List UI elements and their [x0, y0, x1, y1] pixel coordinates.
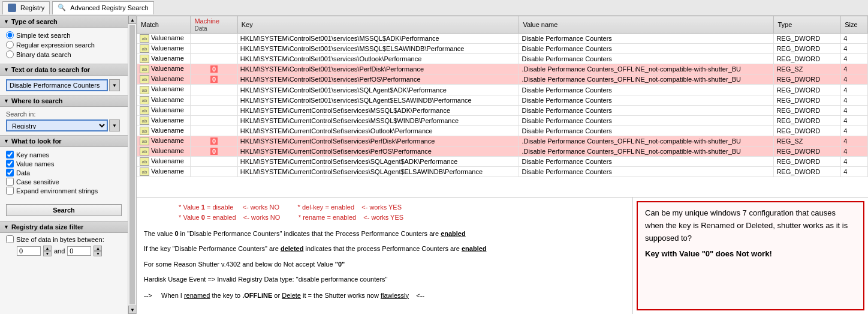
col-header-valuename: Value name [519, 16, 774, 34]
check-expandenv[interactable]: Expand environment strings [6, 187, 122, 195]
check-valuenames[interactable]: Value names [6, 160, 122, 168]
check-casesensitive-label: Case sensitive [16, 178, 59, 186]
table-row[interactable]: abValuename HKLM\SYSTEM\ControlSet001\se… [137, 34, 868, 44]
tab-registry-label: Registry [20, 4, 44, 11]
check-expandenv-input[interactable] [6, 187, 14, 195]
row-icon: ab [140, 106, 149, 115]
tab-registry[interactable]: Registry [2, 1, 50, 14]
row-icon: ab [140, 137, 149, 145]
check-keynames[interactable]: Key names [6, 151, 122, 159]
machine-label: Machine [194, 17, 219, 25]
annotation-area: * Value 1 = disable <- works NO * del-ke… [137, 197, 868, 314]
table-row[interactable]: abValuename 0 HKLM\SYSTEM\ControlSet001\… [137, 64, 868, 74]
cell-size: 4 [841, 64, 868, 74]
cell-machine [191, 85, 237, 95]
table-row[interactable]: abValuename 0 HKLM\SYSTEM\ControlSet001\… [137, 74, 868, 85]
results-table-container[interactable]: Match Machine Data Key Value name Type S… [137, 16, 868, 197]
table-row[interactable]: abValuename 0 HKLM\SYSTEM\CurrentControl… [137, 136, 868, 146]
cell-machine [191, 125, 237, 136]
check-keynames-input[interactable] [6, 151, 14, 159]
search-in-select[interactable]: Registry [6, 119, 108, 131]
table-row[interactable]: abValuename HKLM\SYSTEM\ControlSet001\se… [137, 54, 868, 64]
check-expandenv-label: Expand environment strings [16, 187, 98, 195]
radio-simple-input[interactable] [6, 31, 14, 39]
cell-key: HKLM\SYSTEM\CurrentControlSet\services\M… [237, 115, 519, 125]
size-to-input[interactable] [67, 246, 91, 256]
table-row[interactable]: abValuename HKLM\SYSTEM\CurrentControlSe… [137, 115, 868, 125]
size-filter-label: Registry data size filter [11, 223, 83, 231]
left-panel: ▼ Type of search Simple text search Regu… [0, 16, 137, 314]
radio-regex[interactable]: Regular expression search [6, 41, 122, 49]
radio-binary-input[interactable] [6, 50, 14, 58]
radio-binary-label: Binary data search [16, 51, 71, 58]
cell-machine [191, 115, 237, 125]
size-to-up-btn[interactable]: ▲ [94, 246, 102, 251]
search-text-input[interactable] [6, 79, 108, 91]
cell-valuename: Disable Performance Counters [519, 95, 774, 105]
cell-valuename: Disable Performance Counters [519, 157, 774, 167]
size-from-up-btn[interactable]: ▲ [43, 246, 52, 251]
left-panel-scrollbar[interactable]: ▲ ▼ [128, 16, 136, 314]
size-from-down-btn[interactable]: ▼ [43, 251, 52, 256]
table-row[interactable]: abValuename HKLM\SYSTEM\CurrentControlSe… [137, 157, 868, 167]
scroll-down-btn[interactable]: ▼ [128, 306, 136, 314]
registry-icon [8, 4, 16, 12]
scroll-thumb[interactable] [129, 25, 135, 304]
cell-type: REG_DWORD [774, 85, 841, 95]
size-from-input[interactable] [17, 246, 41, 256]
cell-valuename: Disable Performance Counters [519, 34, 774, 44]
table-row[interactable]: abValuename HKLM\SYSTEM\CurrentControlSe… [137, 105, 868, 115]
table-row[interactable]: abValuename 0 HKLM\SYSTEM\CurrentControl… [137, 146, 868, 157]
cell-valuename: Disable Performance Counters [519, 105, 774, 115]
radio-regex-input[interactable] [6, 41, 14, 49]
cell-match: abValuename [137, 167, 191, 177]
results-table: Match Machine Data Key Value name Type S… [137, 16, 868, 177]
note-line-5: --> When I renamed the key to .OFFLiNE o… [144, 290, 625, 301]
table-row[interactable]: abValuename HKLM\SYSTEM\ControlSet001\se… [137, 44, 868, 54]
cell-type: REG_SZ [774, 64, 841, 74]
cell-match: abValuename [137, 85, 191, 95]
cell-key: HKLM\SYSTEM\CurrentControlSet\services\P… [237, 136, 519, 146]
table-row[interactable]: abValuename HKLM\SYSTEM\CurrentControlSe… [137, 125, 868, 136]
table-row[interactable]: abValuename HKLM\SYSTEM\CurrentControlSe… [137, 167, 868, 177]
size-to-down-btn[interactable]: ▼ [94, 251, 102, 256]
cell-size: 4 [841, 115, 868, 125]
cell-machine: 0 [191, 146, 237, 157]
cell-type: REG_DWORD [774, 44, 841, 54]
check-casesensitive[interactable]: Case sensitive [6, 178, 122, 186]
cell-size: 4 [841, 34, 868, 44]
radio-simple-text[interactable]: Simple text search [6, 31, 122, 39]
where-to-search-header[interactable]: ▼ Where to search [0, 95, 128, 107]
search-button[interactable]: Search [6, 204, 122, 216]
size-filter-check[interactable]: Size of data in bytes between: [6, 235, 122, 243]
type-of-search-header[interactable]: ▼ Type of search [0, 16, 128, 28]
search-in-dropdown-btn[interactable]: ▼ [109, 119, 120, 131]
table-row[interactable]: abValuename HKLM\SYSTEM\ControlSet001\se… [137, 85, 868, 95]
table-row[interactable]: abValuename HKLM\SYSTEM\ControlSet001\se… [137, 95, 868, 105]
check-data[interactable]: Data [6, 169, 122, 177]
cell-valuename: .Disable Performance Counters_OFFLiNE_no… [519, 64, 774, 74]
text-or-data-header[interactable]: ▼ Text or data to search for [0, 64, 128, 76]
cell-valuename: Disable Performance Counters [519, 44, 774, 54]
check-casesensitive-input[interactable] [6, 178, 14, 186]
cell-machine: 0 [191, 136, 237, 146]
note-block-2: For some Reason Shutter v.4302 and below… [144, 259, 625, 285]
size-filter-checkbox[interactable] [6, 235, 14, 243]
search-dropdown-btn[interactable]: ▼ [109, 79, 120, 91]
scroll-up-btn[interactable]: ▲ [128, 16, 136, 24]
cell-size: 4 [841, 136, 868, 146]
row-icon: ab [140, 75, 149, 83]
tab-advanced-search[interactable]: 🔍 Advanced Registry Search [52, 1, 153, 14]
what-to-look-for-content: Key names Value names Data Case sensitiv… [0, 147, 128, 199]
check-data-input[interactable] [6, 169, 14, 177]
note-line-2: If the key "Disable Performance Counters… [144, 243, 625, 255]
check-valuenames-input[interactable] [6, 160, 14, 168]
what-to-look-for-header[interactable]: ▼ What to look for [0, 135, 128, 147]
tab-advanced-search-label: Advanced Registry Search [70, 4, 148, 11]
col-header-match: Match [137, 16, 191, 34]
size-filter-header[interactable]: ▼ Registry data size filter [0, 221, 128, 233]
cell-size: 4 [841, 74, 868, 85]
text-or-data-content: ▼ [0, 76, 128, 95]
row-icon: ab [140, 55, 149, 63]
radio-binary[interactable]: Binary data search [6, 50, 122, 58]
